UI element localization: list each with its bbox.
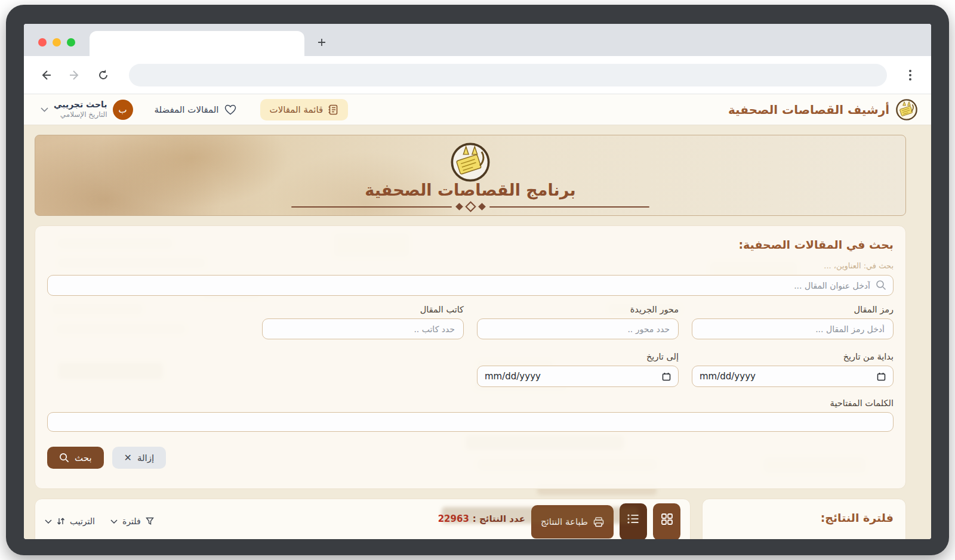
kebab-menu-icon	[909, 70, 911, 81]
clear-label: إزالة	[137, 453, 154, 463]
date-from-input[interactable]: mm/dd/yyyy	[692, 366, 894, 387]
print-results-button[interactable]: طباعة النتائج	[531, 505, 614, 539]
results-count: عدد النتائج : 22963	[438, 513, 525, 524]
browser-window-frame: أرشيف القصاصات الصحفية قائمة المقالات ال…	[6, 5, 949, 555]
notebook-list-icon	[328, 104, 338, 115]
banner-ornament	[291, 203, 649, 211]
browser-window: أرشيف القصاصات الصحفية قائمة المقالات ال…	[24, 24, 931, 539]
search-icon	[876, 280, 886, 290]
printer-icon	[593, 517, 604, 527]
date-to-input[interactable]: mm/dd/yyyy	[477, 366, 679, 387]
keywords-label: الكلمات المفتاحية	[47, 398, 894, 408]
results-toolbar: الترتيب فلترة	[35, 499, 691, 539]
page-content: برنامج القصاصات الصحفية بحث في المقالات …	[24, 125, 931, 539]
newspaper-axis-field: محور الجريدة	[477, 305, 679, 339]
article-code-field: رمز المقال	[692, 305, 894, 339]
search-button[interactable]: بحث	[47, 447, 104, 469]
browser-tab[interactable]	[90, 31, 304, 56]
url-bar[interactable]	[129, 64, 887, 86]
results-count-label: عدد النتائج :	[473, 513, 525, 524]
keywords-input[interactable]	[47, 412, 894, 432]
favorites-label: المقالات المفضلة	[155, 104, 219, 115]
results-count-value: 22963	[438, 513, 469, 524]
reload-icon	[97, 69, 109, 81]
search-label: بحث	[75, 453, 92, 463]
avatar: ب	[113, 100, 133, 120]
search-heading: بحث في المقالات الصحفية:	[47, 238, 894, 251]
banner-title: برنامج القصاصات الصحفية	[365, 181, 575, 199]
date-from-label: بداية من تاريخ	[692, 352, 894, 361]
date-from-field: بداية من تاريخ mm/dd/yyyy	[692, 352, 894, 387]
sort-arrows-icon	[57, 517, 65, 525]
user-menu[interactable]: ب باحث تجريبي التاريخ الإسلامي	[41, 100, 133, 120]
heart-icon	[224, 104, 236, 115]
article-code-input[interactable]	[692, 318, 894, 339]
user-name-block: باحث تجريبي التاريخ الإسلامي	[54, 100, 107, 119]
grid-view-icon	[661, 513, 673, 525]
results-actions: عدد النتائج : 22963 طباعة النتائج	[438, 499, 680, 539]
date-from-value: mm/dd/yyyy	[700, 371, 756, 382]
window-controls	[38, 38, 75, 47]
calendar-icon	[877, 372, 886, 381]
forward-button[interactable]	[64, 65, 85, 85]
chevron-down-icon	[45, 519, 52, 524]
clear-button[interactable]: ✕ إزالة	[112, 447, 167, 469]
print-results-label: طباعة النتائج	[541, 516, 588, 527]
back-button[interactable]	[36, 65, 56, 85]
chevron-down-icon	[110, 519, 118, 524]
date-to-value: mm/dd/yyyy	[485, 371, 541, 382]
articles-list-label: قائمة المقالات	[270, 104, 324, 115]
date-to-label: إلى تاريخ	[477, 352, 679, 361]
tab-strip	[24, 24, 931, 56]
article-author-label: كاتب المقال	[262, 305, 464, 314]
user-subtitle: التاريخ الإسلامي	[54, 110, 107, 119]
new-tab-button[interactable]	[313, 33, 331, 51]
minimize-window-icon[interactable]	[53, 38, 61, 47]
magnifier-icon	[59, 453, 69, 463]
filter-dropdown[interactable]: فلترة	[110, 516, 154, 526]
grid-view-button[interactable]	[653, 503, 680, 539]
search-scope-hint: بحث في: العناوين، ...	[47, 261, 894, 270]
browser-menu-button[interactable]	[901, 70, 919, 81]
article-title-input[interactable]	[47, 275, 894, 296]
list-view-button[interactable]	[620, 503, 647, 539]
date-to-field: إلى تاريخ mm/dd/yyyy	[477, 352, 679, 387]
user-name: باحث تجريبي	[54, 100, 107, 110]
app-title: أرشيف القصاصات الصحفية	[728, 103, 889, 117]
app-header: أرشيف القصاصات الصحفية قائمة المقالات ال…	[24, 94, 931, 125]
app-logo-icon	[895, 98, 918, 121]
article-author-input[interactable]	[262, 318, 464, 339]
articles-list-button[interactable]: قائمة المقالات	[260, 99, 349, 120]
article-code-label: رمز المقال	[692, 305, 894, 314]
filter-panel: فلترة النتائج:	[702, 499, 906, 539]
forward-arrow-icon	[68, 69, 81, 82]
app-root: أرشيف القصاصات الصحفية قائمة المقالات ال…	[24, 94, 931, 539]
browser-toolbar	[24, 56, 931, 94]
funnel-icon	[146, 517, 154, 525]
x-icon: ✕	[124, 452, 132, 463]
sort-label: الترتيب	[70, 516, 95, 526]
calendar-icon	[662, 372, 671, 381]
banner-logo-icon	[449, 141, 491, 183]
program-banner: برنامج القصاصات الصحفية	[35, 135, 906, 216]
maximize-window-icon[interactable]	[67, 38, 75, 47]
results-section: فلترة النتائج: الترتيب	[35, 499, 906, 539]
filter-label: فلترة	[122, 516, 141, 526]
brand: أرشيف القصاصات الصحفية	[728, 98, 918, 121]
plus-icon	[317, 38, 326, 47]
sort-filter-group: الترتيب فلترة	[45, 511, 154, 531]
filter-panel-heading: فلترة النتائج:	[714, 511, 894, 524]
newspaper-axis-label: محور الجريدة	[477, 305, 679, 314]
newspaper-axis-input[interactable]	[477, 318, 679, 339]
favorites-link[interactable]: المقالات المفضلة	[155, 104, 236, 115]
close-window-icon[interactable]	[38, 38, 47, 47]
search-panel: بحث في المقالات الصحفية: بحث في: العناوي…	[35, 225, 906, 489]
sort-dropdown[interactable]: الترتيب	[45, 516, 95, 526]
chevron-down-icon	[41, 107, 48, 112]
back-arrow-icon	[39, 69, 53, 82]
reload-button[interactable]	[93, 65, 113, 85]
article-author-field: كاتب المقال	[262, 305, 464, 339]
list-view-icon	[627, 513, 639, 524]
